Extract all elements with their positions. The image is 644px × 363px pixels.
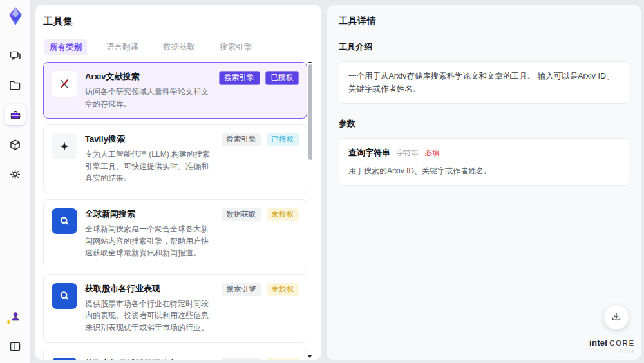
tool-name: Tavily搜索 bbox=[85, 133, 214, 145]
tool-name: 全球新闻搜索 bbox=[85, 208, 214, 220]
detail-title: 工具详情 bbox=[339, 15, 629, 27]
tools-list-pane: 工具集 所有类别 语言翻译 数据获取 搜索引擎 Arxiv文献搜索 访问各个研究… bbox=[35, 5, 321, 360]
scroll-up-arrow[interactable] bbox=[307, 62, 312, 63]
brand-primary: intel bbox=[589, 338, 607, 348]
tool-card-arxiv[interactable]: Arxiv文献搜索 访问各个研究领域大量科学论文和文章的存储库。 搜索引擎 已授… bbox=[43, 62, 307, 119]
tab-search-engine[interactable]: 搜索引擎 bbox=[214, 39, 257, 55]
category-badge: 搜索引擎 bbox=[222, 358, 261, 360]
blue-search-icon bbox=[52, 358, 77, 360]
tab-language-translation[interactable]: 语言翻译 bbox=[101, 39, 144, 55]
scrollbar-thumb[interactable] bbox=[308, 64, 312, 160]
app-logo gem-icon bbox=[5, 5, 26, 27]
tab-data-acquisition[interactable]: 数据获取 bbox=[158, 39, 200, 55]
tool-description: 提供股票市场各个行业在特定时间段内的表现。投资者可以利用这些信息来识别表现优于或… bbox=[85, 298, 214, 334]
user-account-button user-icon[interactable] bbox=[5, 306, 26, 327]
toggle-panel-button panels-icon[interactable] bbox=[5, 336, 26, 357]
params-heading: 参数 bbox=[339, 118, 629, 130]
arxiv-icon bbox=[52, 71, 77, 97]
tool-card-tavily[interactable]: Tavily搜索 专为人工智能代理 (LLM) 构建的搜索引擎工具。可快速提供实… bbox=[43, 124, 307, 193]
auth-status-badge: 已授权 bbox=[265, 71, 299, 85]
nav-settings-button gear-icon[interactable] bbox=[5, 164, 26, 184]
nav-chat-button chat-icon[interactable] bbox=[5, 45, 26, 66]
category-tabs: 所有类别 语言翻译 数据获取 搜索引擎 bbox=[44, 39, 314, 55]
param-box: 查询字符串 字符串 必填 用于搜索的Arxiv ID、关键字或作者姓名。 bbox=[339, 138, 629, 186]
tools-list: Arxiv文献搜索 访问各个研究领域大量科学论文和文章的存储库。 搜索引擎 已授… bbox=[43, 62, 314, 360]
icon-rail bbox=[0, 0, 30, 363]
category-badge: 搜索引擎 bbox=[222, 133, 261, 146]
tool-card-active-stocks[interactable]: 获取市场最活跃股票信息 提供当天交易量最高的股票列表，投资者可以利用这些信息来识… bbox=[43, 349, 307, 360]
tool-intro-box: 一个用于从Arxiv存储库搜索科学论文和文章的工具。 输入可以是Arxiv ID… bbox=[339, 61, 629, 104]
tab-all-categories[interactable]: 所有类别 bbox=[44, 39, 87, 55]
intro-heading: 工具介绍 bbox=[339, 41, 629, 53]
tool-name: 获取市场最活跃股票信息 bbox=[85, 358, 214, 360]
category-badge: 搜索引擎 bbox=[222, 283, 261, 296]
tool-description: 全球新闻搜索是一个聚合全球各大新闻网站内容的搜索引擎，帮助用户快速获取全球最新资… bbox=[85, 223, 214, 259]
tool-intro-text: 一个用于从Arxiv存储库搜索科学论文和文章的工具。 输入可以是Arxiv ID… bbox=[348, 72, 614, 93]
category-badge: 数据获取 bbox=[222, 208, 261, 221]
param-description: 用于搜索的Arxiv ID、关键字或作者姓名。 bbox=[348, 165, 620, 177]
brand-secondary: CORE bbox=[609, 339, 635, 347]
blue-search-icon bbox=[52, 208, 77, 234]
param-required-flag: 必填 bbox=[424, 149, 439, 157]
tool-description: 专为人工智能代理 (LLM) 构建的搜索引擎工具。可快速提供实时、准确和真实的结… bbox=[85, 148, 214, 184]
scroll-down-arrow[interactable] bbox=[307, 355, 312, 358]
tool-card-global-news[interactable]: 全球新闻搜索 全球新闻搜索是一个聚合全球各大新闻网站内容的搜索引擎，帮助用户快速… bbox=[43, 199, 307, 268]
param-type: 字符串 bbox=[396, 149, 419, 157]
tool-description: 访问各个研究领域大量科学论文和文章的存储库。 bbox=[85, 86, 211, 110]
nav-models-button cube-icon[interactable] bbox=[5, 134, 26, 155]
tool-detail-pane: 工具详情 工具介绍 一个用于从Arxiv存储库搜索科学论文和文章的工具。 输入可… bbox=[327, 5, 641, 360]
auth-status-badge: 已授权 bbox=[267, 133, 299, 146]
brand-sub: Ultra bbox=[589, 349, 635, 355]
auth-status-badge: 未授权 bbox=[267, 283, 299, 296]
nav-tools-button briefcase-icon[interactable] bbox=[5, 104, 26, 125]
param-name: 查询字符串 bbox=[348, 148, 390, 157]
tool-name: 获取股市各行业表现 bbox=[85, 283, 214, 295]
category-badge: 搜索引擎 bbox=[219, 71, 260, 85]
page-title: 工具集 bbox=[43, 15, 314, 28]
star-icon bbox=[52, 133, 77, 159]
blue-search-icon bbox=[52, 283, 77, 309]
tool-card-sector-performance[interactable]: 获取股市各行业表现 提供股票市场各个行业在特定时间段内的表现。投资者可以利用这些… bbox=[43, 274, 307, 343]
auth-status-badge: 未授权 bbox=[267, 358, 299, 360]
nav-files-button folder-icon[interactable] bbox=[5, 75, 26, 95]
download-button download-icon[interactable] bbox=[604, 305, 629, 329]
auth-status-badge: 未授权 bbox=[267, 208, 299, 221]
tool-name: Arxiv文献搜索 bbox=[85, 71, 211, 83]
intel-core-logo: intelCORE Ultra bbox=[589, 338, 635, 355]
user-status-dot bbox=[7, 320, 10, 324]
